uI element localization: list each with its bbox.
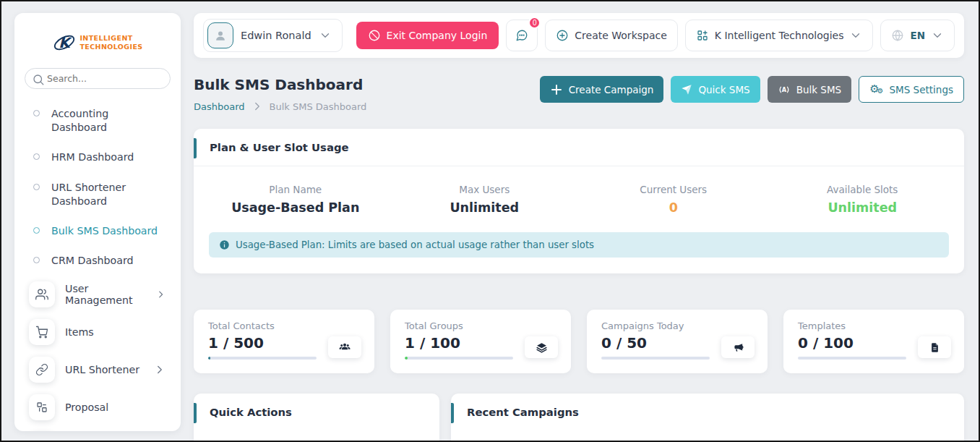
bulk-sms-button[interactable]: A Bulk SMS: [768, 76, 851, 103]
brand-logo[interactable]: K INTELLIGENT TECHNOLOGIES: [25, 30, 171, 55]
stats-row: Total Contacts 1 / 500 Total Groups 1 / …: [194, 310, 964, 373]
ban-icon: [368, 29, 381, 42]
user-menu[interactable]: Edwin Ronald: [203, 19, 343, 52]
circle-icon: [33, 227, 40, 234]
chevron-down-icon: [319, 29, 332, 42]
sidebar-item-crm-dashboard[interactable]: CRM Dashboard: [25, 246, 171, 276]
tower-broadcast-icon: A: [778, 83, 791, 96]
search-box: [25, 68, 171, 89]
layers-icon: [525, 336, 558, 358]
main-content: Edwin Ronald Exit Company Login 0: [194, 13, 979, 442]
plan-stat-current-users: Current Users 0: [579, 184, 768, 215]
quick-sms-button[interactable]: Quick SMS: [671, 76, 760, 103]
bottom-row: Quick Actions Recent Campaigns: [194, 394, 964, 442]
top-header: Edwin Ronald Exit Company Login 0: [194, 13, 964, 58]
megaphone-icon: [721, 336, 755, 358]
sidebar-item-proposal[interactable]: Proposal: [25, 388, 171, 426]
app-root: K INTELLIGENT TECHNOLOGIES Accounting Da…: [0, 0, 980, 442]
stat-card-campaigns-today: Campaigns Today 0 / 50: [587, 310, 768, 373]
cart-icon: [29, 319, 55, 345]
users-icon: [29, 281, 55, 307]
stat-card-templates: Templates 0 / 100: [783, 310, 964, 373]
sidebar: K INTELLIGENT TECHNOLOGIES Accounting Da…: [14, 13, 181, 431]
progress-bar: [208, 357, 317, 360]
breadcrumb-current: Bulk SMS Dashboard: [270, 101, 367, 112]
chevron-down-icon: [849, 29, 862, 42]
chat-button[interactable]: 0: [506, 20, 538, 51]
quick-actions-header: Quick Actions: [194, 394, 439, 430]
header-actions: Exit Company Login 0 Create Workspace: [356, 20, 955, 51]
chevron-right-icon: [155, 288, 166, 301]
chevron-right-icon: [251, 100, 264, 113]
plus-icon: [550, 83, 563, 96]
chevron-right-icon: [153, 363, 166, 376]
recent-campaigns-header: Recent Campaigns: [451, 394, 964, 430]
sidebar-item-invoice[interactable]: Invoice: [25, 426, 171, 431]
circle-icon: [33, 153, 40, 160]
page-actions: Create Campaign Quick SMS A Bulk SMS ⚙⚙ …: [540, 76, 964, 103]
recent-campaigns-card: Recent Campaigns: [451, 394, 964, 442]
circle-icon: [33, 184, 40, 190]
search-input[interactable]: [25, 68, 171, 89]
chat-icon: [515, 29, 528, 42]
link-icon: [29, 357, 55, 383]
globe-icon: [891, 29, 904, 42]
sidebar-item-hrm-dashboard[interactable]: HRM Dashboard: [25, 143, 171, 172]
plan-usage-card: Plan & User Slot Usage Plan Name Usage-B…: [194, 129, 964, 273]
users-group-icon: [328, 336, 361, 358]
plan-card-header: Plan & User Slot Usage: [194, 129, 964, 166]
quick-actions-card: Quick Actions: [194, 394, 439, 442]
proposal-icon: [29, 394, 55, 420]
page-header: Bulk SMS Dashboard Dashboard Bulk SMS Da…: [194, 76, 964, 113]
svg-text:A: A: [781, 86, 786, 93]
logo-k-icon: K: [52, 30, 77, 55]
person-icon: [213, 28, 228, 43]
accent-bar: [451, 403, 454, 423]
plus-circle-icon: [556, 29, 569, 42]
sidebar-item-url-shortener-dashboard[interactable]: URL Shortener Dashboard: [25, 173, 171, 216]
plan-info-alert: Usage-Based Plan: Limits are based on ac…: [209, 232, 949, 258]
sidebar-item-items[interactable]: Items: [25, 313, 171, 351]
stat-card-total-contacts: Total Contacts 1 / 500: [194, 310, 374, 373]
exit-company-login-button[interactable]: Exit Company Login: [356, 22, 499, 49]
send-icon: [681, 84, 692, 95]
workspace-selector[interactable]: K Intelligent Technologies: [685, 20, 874, 51]
create-workspace-button[interactable]: Create Workspace: [545, 20, 678, 51]
plan-stat-plan-name: Plan Name Usage-Based Plan: [201, 184, 390, 215]
svg-text:K: K: [59, 35, 73, 51]
plan-stat-max-users: Max Users Unlimited: [390, 184, 580, 215]
circle-icon: [33, 110, 40, 116]
progress-bar: [601, 357, 710, 360]
breadcrumb: Dashboard Bulk SMS Dashboard: [194, 100, 366, 113]
language-selector[interactable]: EN: [880, 20, 955, 51]
file-text-icon: [918, 336, 951, 358]
accent-bar: [194, 403, 197, 423]
progress-bar: [798, 357, 906, 360]
breadcrumb-dashboard-link[interactable]: Dashboard: [194, 101, 245, 112]
chat-badge: 0: [528, 17, 541, 29]
accent-bar: [194, 138, 197, 158]
user-name: Edwin Ronald: [241, 30, 311, 41]
stat-card-total-groups: Total Groups 1 / 100: [390, 310, 571, 373]
info-icon: [219, 239, 230, 250]
plan-stats: Plan Name Usage-Based Plan Max Users Unl…: [194, 166, 964, 219]
progress-bar: [405, 357, 513, 360]
page-title: Bulk SMS Dashboard: [194, 76, 366, 93]
circle-icon: [33, 257, 40, 263]
sidebar-item-url-shortener[interactable]: URL Shortener: [25, 351, 171, 388]
gears-icon: ⚙⚙: [869, 84, 883, 95]
create-campaign-button[interactable]: Create Campaign: [540, 76, 664, 103]
sidebar-item-bulk-sms-dashboard[interactable]: Bulk SMS Dashboard: [25, 216, 171, 246]
plan-stat-available-slots: Available Slots Unlimited: [768, 184, 958, 215]
chevron-down-icon: [931, 29, 944, 42]
brand-name: INTELLIGENT TECHNOLOGIES: [79, 34, 142, 51]
avatar: [207, 22, 233, 48]
sms-settings-button[interactable]: ⚙⚙ SMS Settings: [859, 76, 964, 103]
workspace-grid-icon: [696, 29, 709, 42]
sidebar-nav: Accounting Dashboard HRM Dashboard URL S…: [25, 99, 171, 431]
sidebar-item-accounting-dashboard[interactable]: Accounting Dashboard: [25, 99, 171, 143]
sidebar-item-user-management[interactable]: User Management: [25, 276, 171, 313]
search-icon: [32, 73, 45, 86]
